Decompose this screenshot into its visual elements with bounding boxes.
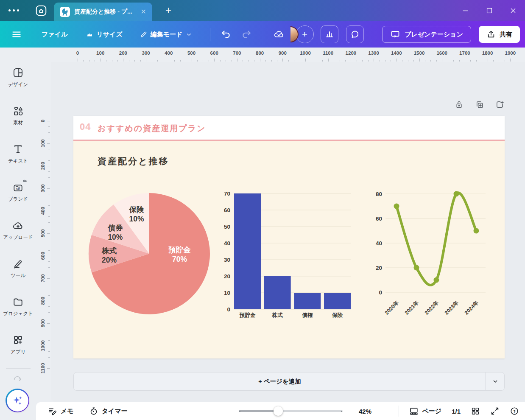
- unlock-icon[interactable]: [454, 100, 464, 109]
- svg-text:保険: 保険: [332, 312, 343, 318]
- timer-icon: [89, 406, 98, 416]
- sparkle-icon: [11, 394, 24, 407]
- svg-text:2020年: 2020年: [384, 300, 400, 316]
- status-bar: メモ タイマー 42%: [36, 402, 525, 420]
- document-tab[interactable]: 資産配分と推移 - プ... ✕: [54, 3, 152, 21]
- hruler-label: 1500: [414, 50, 425, 56]
- svg-text:10: 10: [224, 290, 230, 296]
- add-member-button[interactable]: +: [296, 25, 314, 43]
- svg-text:40: 40: [376, 240, 382, 246]
- sidebar-item-elements[interactable]: 素材: [0, 101, 36, 130]
- brand-icon: co: [12, 182, 24, 193]
- timer-button[interactable]: タイマー: [89, 406, 128, 416]
- sidebar-item-text[interactable]: テキスト: [0, 139, 36, 168]
- bar-chart[interactable]: 010203040506070預貯金株式債権保険: [209, 182, 357, 322]
- close-button[interactable]: [501, 0, 525, 21]
- svg-text:株式: 株式: [272, 312, 283, 318]
- toolbar-divider: [210, 28, 210, 41]
- slide-page[interactable]: 04 おすすめの資産運用プラン 資産配分と推移 預貯金70%株式20%債券10%…: [73, 116, 505, 358]
- line-chart[interactable]: 0204060802020年2021年2022年2023年2024年: [366, 182, 506, 322]
- duplicate-page-icon[interactable]: [475, 100, 484, 109]
- maximize-button[interactable]: [478, 0, 501, 21]
- sidebar-item-design[interactable]: デザイン: [0, 63, 36, 92]
- doc-presentation-icon: [59, 6, 70, 17]
- file-menu-button[interactable]: ファイル: [42, 31, 67, 39]
- redo-button[interactable]: [241, 29, 252, 40]
- cloud-save-status[interactable]: [273, 29, 285, 40]
- collaborator-avatar[interactable]: [290, 26, 299, 42]
- vruler-label: 300: [40, 184, 45, 192]
- svg-text:60: 60: [224, 207, 230, 213]
- zoom-percentage[interactable]: 42%: [359, 408, 371, 415]
- edit-mode-dropdown[interactable]: 編集モード: [140, 31, 192, 39]
- minimize-button[interactable]: [454, 0, 478, 21]
- hruler-label: 200: [119, 50, 127, 56]
- bar-chart-icon: [324, 29, 335, 39]
- sidebar-item-uploads[interactable]: アップロード: [0, 216, 36, 244]
- slide-section-title[interactable]: 資産配分と推移: [98, 155, 169, 167]
- notes-button[interactable]: メモ: [48, 406, 74, 416]
- new-tab-button[interactable]: +: [165, 5, 171, 15]
- vruler-label: 100: [40, 139, 45, 147]
- sidebar-item-brand[interactable]: co ブランド: [0, 177, 36, 206]
- share-button[interactable]: 共有: [479, 26, 520, 43]
- toolbar-divider: [264, 28, 264, 41]
- sidebar-item-apps[interactable]: アプリ: [0, 330, 36, 359]
- add-page-button[interactable]: + ページを追加: [73, 372, 505, 391]
- zoom-slider[interactable]: [239, 406, 343, 416]
- slide-page-number[interactable]: 04: [80, 121, 91, 132]
- chevron-down-icon: [492, 378, 499, 385]
- slide-header-title[interactable]: おすすめの資産運用プラン: [98, 123, 206, 134]
- hidden-sidebar-icon: [13, 375, 22, 384]
- grid-view-icon: [471, 406, 480, 416]
- presentation-icon: [390, 29, 400, 39]
- home-button[interactable]: [35, 4, 47, 17]
- hruler-label: 1000: [300, 50, 311, 56]
- home-icon: [35, 4, 47, 17]
- add-page-dropdown[interactable]: [486, 372, 504, 390]
- comments-button[interactable]: [346, 25, 364, 43]
- vruler-label: 1000: [40, 340, 45, 351]
- hruler-label: 400: [165, 50, 173, 56]
- sidebar-divider: [6, 368, 31, 369]
- comment-bubble-icon: [350, 29, 360, 39]
- close-icon: [509, 6, 517, 15]
- presentation-button[interactable]: プレゼンテーション: [382, 26, 471, 43]
- add-page-label[interactable]: + ページを追加: [74, 372, 486, 390]
- elements-icon: [12, 105, 24, 117]
- grid-view-button[interactable]: [471, 406, 480, 416]
- pages-view-button[interactable]: ページ: [409, 406, 441, 416]
- vruler-label: 800: [40, 297, 45, 305]
- help-button[interactable]: ?: [510, 406, 519, 416]
- hruler-label: 1400: [391, 50, 402, 56]
- sidebar-item-projects[interactable]: プロジェクト: [0, 292, 36, 321]
- pro-crown-icon: [22, 178, 28, 183]
- hruler-label: 1100: [323, 50, 333, 56]
- vruler-label: 0: [40, 120, 45, 122]
- undo-button[interactable]: [221, 29, 232, 40]
- more-tabs-icon[interactable]: [8, 9, 19, 11]
- svg-text:70: 70: [224, 190, 230, 197]
- svg-text:co: co: [16, 187, 20, 190]
- hamburger-menu-button[interactable]: [11, 29, 22, 40]
- sidebar-item-tools[interactable]: ツール: [0, 254, 36, 283]
- add-page-icon[interactable]: [495, 100, 505, 109]
- resize-button[interactable]: リサイズ: [86, 31, 122, 39]
- tab-close-icon[interactable]: ✕: [139, 8, 148, 16]
- pie-chart[interactable]: 預貯金70%株式20%債券10%保険10%: [80, 185, 220, 323]
- svg-text:30: 30: [224, 257, 230, 263]
- fullscreen-button[interactable]: [490, 406, 500, 416]
- svg-text:2022年: 2022年: [424, 300, 440, 316]
- pencil-icon: [140, 31, 148, 39]
- zoom-slider-thumb[interactable]: [274, 406, 283, 416]
- ai-assistant-button[interactable]: [6, 389, 29, 412]
- share-icon: [486, 30, 496, 39]
- hruler-label: 1900: [505, 50, 516, 56]
- design-canvas[interactable]: 04 おすすめの資産運用プラン 資産配分と推移 預貯金70%株式20%債券10%…: [51, 62, 525, 402]
- window-tab-bar: 資産配分と推移 - プ... ✕ +: [0, 0, 525, 21]
- svg-text:0: 0: [227, 306, 230, 313]
- apps-icon: [12, 334, 24, 346]
- hruler-label: 1800: [482, 50, 493, 56]
- vruler-label: 500: [40, 229, 45, 237]
- insights-button[interactable]: [321, 25, 338, 43]
